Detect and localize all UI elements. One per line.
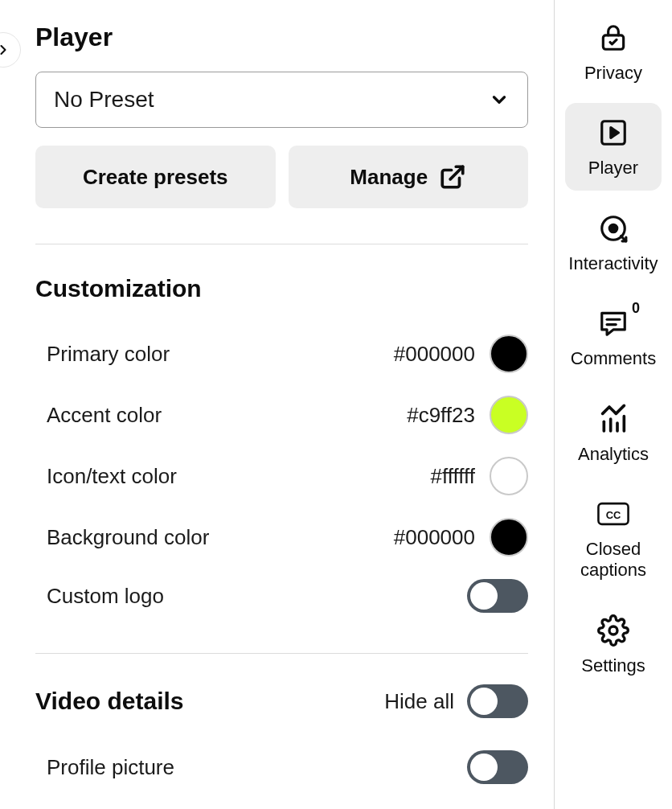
comments-count-badge: 0 [632, 300, 640, 317]
create-presets-label: Create presets [83, 165, 228, 190]
lock-icon [596, 21, 630, 55]
sidebar-label-player: Player [588, 158, 638, 179]
primary-color-swatch[interactable] [490, 335, 528, 373]
manage-presets-label: Manage [350, 165, 428, 190]
sidebar-item-player[interactable]: Player [565, 103, 662, 190]
customization-title: Customization [35, 275, 528, 302]
sidebar-item-comments[interactable]: 0 Comments [565, 294, 662, 380]
video-details-header: Video details Hide all [35, 684, 528, 718]
sidebar-item-privacy[interactable]: Privacy [565, 8, 662, 95]
external-link-icon [439, 163, 466, 191]
background-color-swatch[interactable] [490, 518, 528, 556]
profile-picture-row: Profile picture [35, 739, 528, 795]
icon-text-color-swatch[interactable] [490, 457, 528, 495]
sidebar-label-privacy: Privacy [584, 63, 642, 84]
accent-color-value: #c9ff23 [407, 403, 475, 428]
cc-icon: CC [596, 497, 630, 531]
sidebar-label-closed-captions: Closed captions [568, 539, 658, 581]
primary-color-label: Primary color [47, 342, 170, 367]
create-presets-button[interactable]: Create presets [35, 146, 276, 208]
toggle-knob [470, 688, 498, 715]
manage-presets-button[interactable]: Manage [289, 146, 529, 208]
background-color-row: Background color #000000 [35, 507, 528, 568]
profile-picture-label: Profile picture [47, 755, 174, 780]
hide-all-label: Hide all [384, 689, 454, 714]
sidebar-item-interactivity[interactable]: Interactivity [565, 199, 662, 285]
sidebar-item-closed-captions[interactable]: CC Closed captions [565, 484, 662, 593]
sidebar-item-settings[interactable]: Settings [565, 601, 662, 688]
preset-select[interactable]: No Preset [35, 72, 528, 128]
primary-color-value: #000000 [394, 342, 475, 367]
analytics-icon [596, 402, 630, 436]
sidebar-label-settings: Settings [581, 655, 645, 676]
interactivity-icon [596, 211, 630, 245]
svg-point-5 [609, 224, 617, 232]
primary-color-row: Primary color #000000 [35, 323, 528, 384]
divider [35, 244, 528, 244]
svg-point-14 [609, 626, 617, 634]
svg-line-0 [450, 166, 463, 179]
icon-text-color-value: #ffffff [431, 464, 475, 489]
preset-selected-value: No Preset [54, 87, 154, 113]
sidebar-item-analytics[interactable]: Analytics [565, 389, 662, 476]
hide-all-toggle[interactable] [467, 684, 528, 718]
divider [35, 653, 528, 654]
chevron-down-icon [489, 89, 510, 110]
comments-icon: 0 [596, 306, 630, 340]
sidebar-label-analytics: Analytics [578, 444, 649, 465]
icon-text-color-row: Icon/text color #ffffff [35, 446, 528, 507]
sidebar: Privacy Player Interactivity [555, 0, 672, 809]
custom-logo-label: Custom logo [47, 584, 164, 609]
toggle-knob [470, 754, 498, 781]
toggle-knob [470, 582, 498, 610]
accent-color-swatch[interactable] [490, 396, 528, 434]
background-color-label: Background color [47, 525, 209, 550]
gear-icon [596, 614, 630, 647]
player-settings-panel: Player No Preset Create presets Manage C… [0, 0, 555, 809]
chevron-right-icon [0, 42, 11, 58]
custom-logo-toggle[interactable] [467, 579, 528, 613]
accent-color-label: Accent color [47, 403, 162, 428]
sidebar-label-interactivity: Interactivity [568, 253, 658, 274]
icon-text-color-label: Icon/text color [47, 464, 177, 489]
profile-picture-toggle[interactable] [467, 750, 528, 784]
page-title: Player [35, 23, 528, 52]
svg-marker-3 [611, 128, 619, 138]
background-color-value: #000000 [394, 525, 475, 550]
custom-logo-row: Custom logo [35, 568, 528, 624]
play-square-icon [596, 116, 630, 150]
sidebar-label-comments: Comments [571, 348, 656, 369]
preset-button-row: Create presets Manage [35, 146, 528, 208]
accent-color-row: Accent color #c9ff23 [35, 384, 528, 446]
video-details-title: Video details [35, 688, 184, 715]
svg-text:CC: CC [606, 509, 621, 521]
